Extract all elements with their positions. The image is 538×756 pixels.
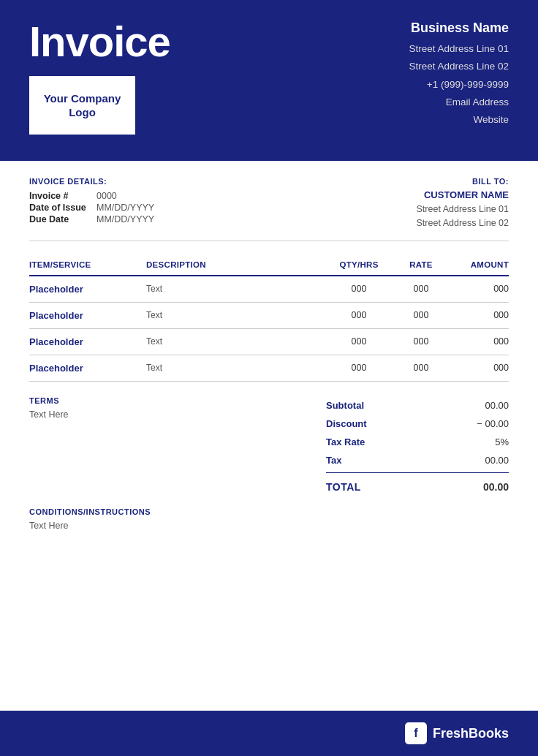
date-issue-label: Date of Issue <box>29 203 88 213</box>
due-date-row: Due Date MM/DD/YYYY <box>29 214 154 224</box>
address-line2: Street Address Line 02 <box>409 59 509 74</box>
bill-address-line1: Street Address Line 01 <box>417 203 509 216</box>
row3-rate: 000 <box>392 336 450 347</box>
phone: +1 (999)-999-9999 <box>409 78 509 92</box>
discount-value: − 00.00 <box>477 418 509 429</box>
due-date-value: MM/DD/YYYY <box>96 214 154 224</box>
row4-desc: Text <box>146 363 326 373</box>
freshbooks-icon-letter: f <box>414 727 417 740</box>
page-wrapper: Invoice Your Company Logo Business Name … <box>0 0 538 756</box>
row3-qty: 000 <box>326 336 392 347</box>
total-value: 00.00 <box>483 481 509 493</box>
bill-address-line2: Street Address Line 02 <box>417 216 509 230</box>
conditions-text: Text Here <box>29 521 509 531</box>
due-date-label: Due Date <box>29 214 88 224</box>
freshbooks-brand: FreshBooks <box>433 726 509 741</box>
header: Invoice Your Company Logo Business Name … <box>0 0 538 161</box>
row3-amount: 000 <box>450 336 509 347</box>
row1-desc: Text <box>146 284 326 294</box>
footer: f FreshBooks <box>0 711 538 756</box>
col-head-rate: RATE <box>392 260 450 269</box>
col-head-qty: QTY/HRS <box>326 260 392 269</box>
table-section: ITEM/SERVICE DESCRIPTION QTY/HRS RATE AM… <box>0 241 538 382</box>
taxrate-row: Tax Rate 5% <box>326 433 509 451</box>
invoice-number-label: Invoice # <box>29 191 88 201</box>
date-issue-row: Date of Issue MM/DD/YYYY <box>29 203 154 213</box>
bill-to-block: BILL TO: CUSTOMER NAME Street Address Li… <box>417 177 509 230</box>
col-head-amount: AMOUNT <box>450 260 509 269</box>
invoice-title: Invoice <box>29 20 170 63</box>
tax-row: Tax 00.00 <box>326 451 509 469</box>
subtotal-value: 00.00 <box>485 400 509 411</box>
email: Email Address <box>409 95 509 110</box>
subtotal-row: Subtotal 00.00 <box>326 396 509 415</box>
website: Website <box>409 113 509 127</box>
logo-box: Your Company Logo <box>29 76 135 135</box>
row2-amount: 000 <box>450 310 509 320</box>
row2-desc: Text <box>146 310 326 320</box>
date-issue-value: MM/DD/YYYY <box>96 203 154 213</box>
terms-text: Text Here <box>29 409 249 420</box>
col-head-item: ITEM/SERVICE <box>29 260 146 269</box>
table-row: Placeholder Text 000 000 000 <box>29 276 509 303</box>
invoice-details-block: INVOICE DETAILS: Invoice # 0000 Date of … <box>29 177 154 224</box>
conditions-label: CONDITIONS/INSTRUCTIONS <box>29 507 509 516</box>
taxrate-value: 5% <box>495 436 509 447</box>
row1-qty: 000 <box>326 284 392 294</box>
total-row: TOTAL 00.00 <box>326 476 509 493</box>
invoice-details-label: INVOICE DETAILS: <box>29 177 154 186</box>
row2-rate: 000 <box>392 310 450 320</box>
bill-to-label: BILL TO: <box>417 177 509 186</box>
tax-value: 00.00 <box>485 455 509 466</box>
subtotal-label: Subtotal <box>326 400 364 411</box>
header-right: Business Name Street Address Line 01 Str… <box>409 20 509 127</box>
invoice-number-value: 0000 <box>96 191 117 201</box>
row2-qty: 000 <box>326 310 392 320</box>
bottom-section: TERMS Text Here Subtotal 00.00 Discount … <box>0 382 538 508</box>
row3-item: Placeholder <box>29 336 146 347</box>
total-label: TOTAL <box>326 481 361 493</box>
tax-label: Tax <box>326 455 341 466</box>
row4-qty: 000 <box>326 363 392 373</box>
conditions-section: CONDITIONS/INSTRUCTIONS Text Here <box>0 507 538 545</box>
row1-rate: 000 <box>392 284 450 294</box>
row4-amount: 000 <box>450 363 509 373</box>
discount-label: Discount <box>326 418 367 429</box>
table-row: Placeholder Text 000 000 000 <box>29 355 509 382</box>
col-head-desc: DESCRIPTION <box>146 260 326 269</box>
taxrate-label: Tax Rate <box>326 436 365 447</box>
row1-amount: 000 <box>450 284 509 294</box>
row4-item: Placeholder <box>29 363 146 374</box>
customer-name: CUSTOMER NAME <box>417 189 509 200</box>
row4-rate: 000 <box>392 363 450 373</box>
freshbooks-icon: f <box>405 722 427 744</box>
header-left: Invoice Your Company Logo <box>29 20 170 135</box>
terms-label: TERMS <box>29 396 249 405</box>
terms-block: TERMS Text Here <box>29 396 249 420</box>
address-line1: Street Address Line 01 <box>409 42 509 56</box>
invoice-number-row: Invoice # 0000 <box>29 191 154 201</box>
row3-desc: Text <box>146 336 326 347</box>
row2-item: Placeholder <box>29 310 146 321</box>
row1-item: Placeholder <box>29 284 146 295</box>
totals-block: Subtotal 00.00 Discount − 00.00 Tax Rate… <box>326 396 509 494</box>
table-header-row: ITEM/SERVICE DESCRIPTION QTY/HRS RATE AM… <box>29 254 509 276</box>
table-row: Placeholder Text 000 000 000 <box>29 329 509 355</box>
business-name: Business Name <box>409 20 509 36</box>
freshbooks-logo: f FreshBooks <box>405 722 509 744</box>
totals-divider <box>326 472 509 474</box>
details-section: INVOICE DETAILS: Invoice # 0000 Date of … <box>0 161 538 241</box>
discount-row: Discount − 00.00 <box>326 415 509 433</box>
table-row: Placeholder Text 000 000 000 <box>29 303 509 329</box>
